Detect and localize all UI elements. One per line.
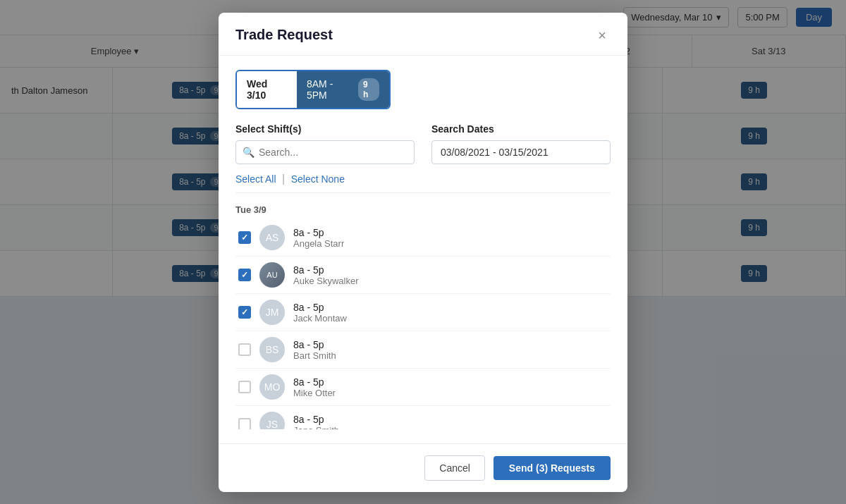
trade-request-modal: Trade Request × Wed 3/10 8AM - 5PM 9 h S…	[219, 13, 627, 492]
shift-info: 8a - 5p Mike Otter	[293, 376, 608, 398]
selected-shift-card: Wed 3/10 8AM - 5PM 9 h	[235, 70, 391, 110]
send-requests-button[interactable]: Send (3) Requests	[494, 456, 611, 480]
date-group-label: Tue 3/9	[235, 199, 611, 219]
list-item: BS 8a - 5p Bart Smith	[235, 331, 611, 369]
shift-person: Bart Smith	[293, 350, 608, 361]
search-dates-label: Search Dates	[431, 123, 611, 135]
list-item: MO 8a - 5p Mike Otter	[235, 369, 611, 406]
modal-footer: Cancel Send (3) Requests	[219, 443, 627, 492]
select-shifts-label: Select Shift(s)	[235, 123, 415, 135]
select-all-row: Select All | Select None	[235, 173, 611, 185]
search-icon: 🔍	[243, 147, 255, 158]
avatar: BS	[259, 337, 285, 362]
avatar: JS	[259, 412, 285, 429]
search-dates-col: Search Dates	[431, 123, 611, 164]
shift-time: 8a - 5p	[293, 264, 608, 276]
shift-time: 8a - 5p	[293, 414, 608, 425]
select-divider: |	[282, 173, 285, 185]
select-shifts-col: Select Shift(s) 🔍	[235, 123, 415, 164]
avatar: JM	[259, 300, 285, 325]
date-range-input[interactable]	[431, 140, 611, 164]
shift-person: Auke Skywalker	[293, 276, 608, 286]
shift-checkbox-1[interactable]	[238, 269, 251, 281]
modal-overlay: Trade Request × Wed 3/10 8AM - 5PM 9 h S…	[0, 0, 846, 504]
shift-checkbox-3[interactable]	[238, 343, 251, 356]
shift-time: 8a - 5p	[293, 302, 608, 313]
close-button[interactable]: ×	[594, 27, 611, 44]
modal-body: Wed 3/10 8AM - 5PM 9 h Select Shift(s) 🔍…	[219, 56, 627, 443]
shift-info: 8a - 5p Bart Smith	[293, 339, 608, 361]
search-input[interactable]	[235, 140, 415, 164]
shift-time: 8a - 5p	[293, 376, 608, 388]
select-none-link[interactable]: Select None	[291, 173, 345, 185]
shift-checkbox-5[interactable]	[238, 418, 251, 429]
search-wrapper: 🔍	[235, 140, 415, 164]
shift-person: Jane Smith	[293, 425, 608, 429]
list-item: JS 8a - 5p Jane Smith	[235, 406, 611, 429]
modal-title: Trade Request	[235, 27, 333, 43]
shift-checkbox-4[interactable]	[238, 381, 251, 393]
shift-info: 8a - 5p Angela Starr	[293, 227, 608, 249]
avatar: AU	[259, 262, 285, 288]
select-all-link[interactable]: Select All	[235, 173, 276, 185]
shift-time: 8a - 5p	[293, 339, 608, 350]
avatar: MO	[259, 374, 285, 400]
shift-info: 8a - 5p Auke Skywalker	[293, 264, 608, 286]
shift-person: Jack Montaw	[293, 313, 608, 324]
shift-info: 8a - 5p Jack Montaw	[293, 302, 608, 324]
shift-card-time: 8AM - 5PM 9 h	[297, 70, 389, 109]
modal-header: Trade Request ×	[219, 13, 627, 56]
list-item: AU 8a - 5p Auke Skywalker	[235, 257, 611, 294]
list-item: AS 8a - 5p Angela Starr	[235, 219, 611, 257]
shift-checkbox-0[interactable]	[238, 231, 251, 244]
shift-info: 8a - 5p Jane Smith	[293, 414, 608, 429]
shift-person: Angela Starr	[293, 238, 608, 249]
cancel-button[interactable]: Cancel	[424, 455, 485, 481]
shift-hours-badge: 9 h	[358, 78, 379, 101]
filter-row: Select Shift(s) 🔍 Search Dates	[235, 123, 611, 164]
shift-checkbox-2[interactable]	[238, 306, 251, 319]
shift-time-text: 8AM - 5PM	[307, 78, 352, 101]
shift-card-date: Wed 3/10	[237, 70, 297, 109]
shift-time: 8a - 5p	[293, 227, 608, 238]
list-item: JM 8a - 5p Jack Montaw	[235, 294, 611, 331]
shift-person: Mike Otter	[293, 388, 608, 398]
avatar: AS	[259, 225, 285, 250]
shift-list: Tue 3/9 AS 8a - 5p Angela Starr	[235, 192, 611, 429]
